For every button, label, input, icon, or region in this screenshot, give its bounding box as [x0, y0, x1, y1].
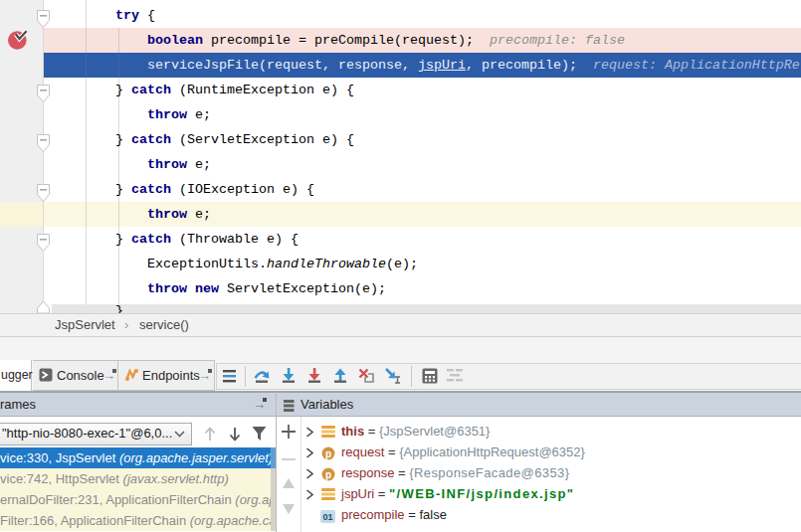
svg-text:01: 01 — [322, 512, 332, 522]
svg-text:p: p — [325, 469, 331, 480]
svg-text:p: p — [325, 448, 331, 459]
